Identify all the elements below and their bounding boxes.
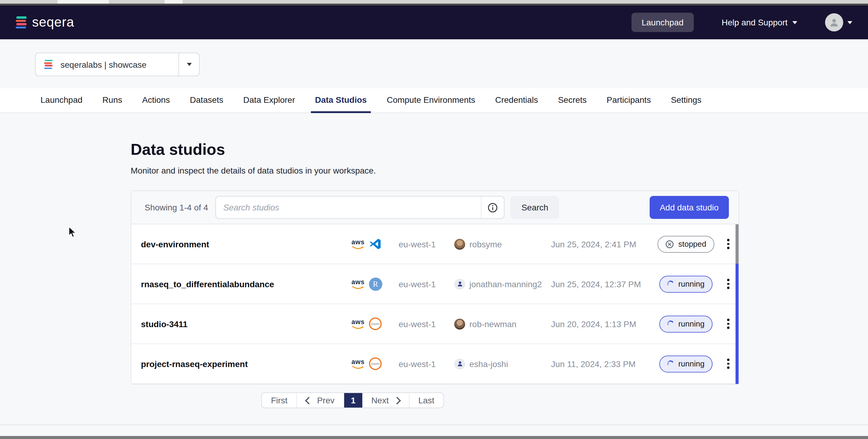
tab-runs[interactable]: Runs — [102, 88, 122, 113]
pagination-page-1[interactable]: 1 — [344, 393, 362, 408]
pagination-first[interactable]: First — [262, 393, 297, 408]
table-row[interactable]: studio-3411 aws jupyter eu-west-1 rob-ne… — [131, 304, 739, 344]
info-circle-icon — [488, 202, 498, 213]
search-box — [215, 196, 504, 219]
pagination-prev[interactable]: Prev — [297, 393, 344, 408]
created-date: Jun 11, 2024, 2:33 PM — [551, 359, 653, 369]
jupyter-icon: jupyter — [369, 317, 382, 331]
pagination-next[interactable]: Next — [362, 393, 409, 408]
table-scrollbar — [736, 224, 739, 384]
chrome-tab-remnant — [164, 0, 183, 4]
search-info-toggle[interactable] — [481, 196, 504, 218]
tab-secrets[interactable]: Secrets — [558, 88, 587, 113]
table-row[interactable]: rnaseq_to_differentialabundance aws R eu… — [131, 264, 739, 304]
region: eu-west-1 — [399, 239, 454, 249]
user-cell: esha-joshi — [454, 358, 551, 369]
studio-name: dev-environment — [141, 239, 351, 249]
region: eu-west-1 — [399, 279, 454, 289]
created-date: Jun 25, 2024, 2:41 PM — [551, 239, 653, 249]
tab-data-explorer[interactable]: Data Explorer — [243, 88, 295, 113]
workspace-name: seqeralabs | showcase — [61, 60, 179, 69]
row-menu-button[interactable] — [725, 317, 732, 332]
user-name: jonathan-manning2 — [469, 279, 542, 289]
studio-name: studio-3411 — [141, 319, 351, 328]
add-data-studio-button[interactable]: Add data studio — [649, 196, 729, 219]
brand-name: seqera — [32, 14, 74, 30]
bottom-chrome-strip — [0, 436, 868, 439]
user-name: esha-joshi — [469, 359, 508, 369]
table-row[interactable]: project-rnaseq-experiment aws jupyter eu… — [131, 344, 739, 384]
pagination-last[interactable]: Last — [409, 393, 443, 408]
main-content: Data studios Monitor and inspect the det… — [0, 140, 868, 408]
vscode-icon — [369, 237, 382, 251]
aws-icon: aws — [351, 239, 365, 249]
status-label: running — [678, 319, 705, 328]
tab-launchpad[interactable]: Launchpad — [40, 88, 83, 113]
chevron-left-icon — [305, 396, 313, 404]
created-date: Jun 20, 2024, 1:13 PM — [551, 319, 653, 328]
tab-compute-environments[interactable]: Compute Environments — [387, 88, 475, 113]
selection-edge-bar — [736, 264, 739, 384]
user-photo-avatar — [454, 239, 465, 249]
row-menu-button[interactable] — [725, 277, 732, 291]
running-spinner-icon — [666, 360, 675, 368]
row-menu-button[interactable] — [725, 237, 732, 252]
status-label: running — [678, 279, 705, 288]
search-button[interactable]: Search — [510, 196, 559, 219]
studio-name: project-rnaseq-experiment — [141, 359, 351, 369]
chevron-right-icon — [393, 396, 400, 404]
user-name: rob-newman — [469, 319, 517, 328]
aws-icon: aws — [351, 278, 365, 289]
person-icon — [829, 17, 840, 28]
table-row[interactable]: dev-environment aws eu-west-1 robsyme — [131, 224, 739, 264]
seqera-logo[interactable]: seqera — [16, 14, 74, 30]
status-label: stopped — [678, 240, 707, 249]
footer-divider — [0, 425, 868, 425]
viewport: seqera Launchpad Help and Support seqera… — [0, 0, 868, 439]
studio-name: rnaseq_to_differentialabundance — [141, 279, 351, 289]
tab-credentials[interactable]: Credentials — [495, 88, 538, 113]
aws-icon: aws — [351, 318, 365, 329]
row-menu-button[interactable] — [725, 356, 732, 371]
tab-datasets[interactable]: Datasets — [190, 88, 223, 113]
browser-chrome-strip — [0, 0, 868, 4]
created-date: Jun 25, 2024, 12:37 PM — [551, 279, 653, 289]
help-and-support-menu[interactable]: Help and Support — [722, 18, 797, 27]
user-cell: robsyme — [454, 239, 551, 249]
tab-participants[interactable]: Participants — [607, 88, 651, 113]
seqera-logo-icon — [16, 16, 27, 28]
page-subtitle: Monitor and inspect the details of data … — [131, 166, 868, 175]
chevron-down-icon — [847, 21, 852, 24]
tab-settings[interactable]: Settings — [671, 88, 701, 113]
person-icon — [454, 358, 465, 369]
tab-actions[interactable]: Actions — [142, 88, 170, 113]
chevron-down-icon — [793, 21, 797, 24]
studios-table: dev-environment aws eu-west-1 robsyme — [131, 224, 739, 384]
status-badge: running — [660, 355, 713, 372]
launchpad-button[interactable]: Launchpad — [631, 13, 694, 32]
workspace-selector[interactable]: seqeralabs | showcase — [35, 53, 199, 76]
person-icon — [454, 278, 465, 289]
user-photo-avatar — [454, 318, 465, 329]
page-title: Data studios — [131, 140, 868, 159]
user-menu[interactable] — [825, 13, 852, 31]
status-label: running — [678, 359, 705, 368]
status-badge: running — [660, 315, 713, 332]
data-studios-panel: Showing 1-4 of 4 Search Add data studio — [131, 190, 739, 384]
workspace-dropdown-toggle[interactable] — [179, 53, 199, 75]
studios-toolbar: Showing 1-4 of 4 Search Add data studio — [131, 191, 739, 224]
jupyter-icon: jupyter — [369, 357, 382, 370]
stopped-x-circle-icon — [666, 240, 674, 248]
scrollbar-thumb[interactable] — [736, 224, 739, 264]
tab-data-studios[interactable]: Data Studios — [315, 88, 367, 113]
region: eu-west-1 — [399, 319, 454, 328]
search-input[interactable] — [216, 202, 481, 212]
chrome-tab-remnant — [58, 0, 109, 4]
status-badge: stopped — [658, 236, 714, 252]
user-cell: jonathan-manning2 — [454, 278, 551, 289]
workspace-tabs: Launchpad Runs Actions Datasets Data Exp… — [0, 88, 868, 113]
aws-icon: aws — [351, 358, 365, 369]
user-name: robsyme — [469, 239, 502, 249]
pagination: First Prev 1 Next Last — [261, 393, 444, 408]
top-navbar: seqera Launchpad Help and Support — [0, 5, 868, 39]
